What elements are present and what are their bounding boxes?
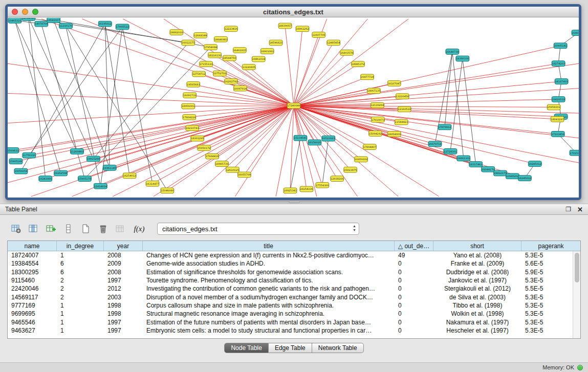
graph-node[interactable]: 17240046 [287,103,300,108]
table-settings-icon[interactable] [9,222,23,236]
graph-node[interactable]: 19245012 [528,161,541,167]
graph-node[interactable]: 17804218 [183,115,196,120]
column-header-name[interactable]: name [8,241,57,251]
tab-edge-table[interactable]: Edge Table [269,343,312,353]
table-row[interactable]: 1456911722003Disruption of a novel membe… [8,293,573,301]
graph-node[interactable]: 17010073 [371,117,384,122]
graph-node[interactable]: 12414814 [94,183,107,189]
graph-node[interactable]: 18274203 [552,61,565,67]
graph-node[interactable]: 12610125 [226,167,239,172]
panel-splitter[interactable] [0,200,588,204]
tab-network-table[interactable]: Network Table [312,343,364,353]
graph-node[interactable]: 19861034 [252,56,265,62]
graph-node[interactable]: 14985372 [352,61,365,67]
graph-node[interactable]: 19861301 [457,156,470,161]
graph-node[interactable]: 11544423 [395,119,408,125]
column-header-out_de[interactable]: △ out_de… [395,241,433,251]
graph-node[interactable]: 19412175 [494,170,507,176]
splitter-grip-icon[interactable] [289,201,300,203]
graph-node[interactable]: 16510023 [322,136,335,141]
column-header-pagerank[interactable]: pagerank [521,241,580,251]
graph-node[interactable]: 16648734 [446,49,459,55]
graph-node[interactable]: 17015304 [570,150,579,156]
graph-node[interactable]: 10097914 [233,85,247,91]
graph-node[interactable]: 17155110 [200,61,213,67]
graph-node[interactable]: 16154336 [300,186,313,192]
graph-node[interactable]: 16901061 [260,49,274,54]
tab-node-table[interactable]: Node Table [224,343,269,353]
graph-node[interactable]: 10945204 [506,173,519,179]
graph-node[interactable]: 19915260 [86,156,100,162]
graph-node[interactable]: 15823875 [344,167,357,172]
graph-node[interactable]: 18156020 [308,140,321,145]
graph-node[interactable]: 17103456 [551,132,564,137]
table-row[interactable]: 946554611997Estimation of the future num… [8,318,573,326]
graph-node[interactable]: 11607705 [312,32,325,38]
show-columns-icon[interactable] [27,222,40,236]
merge-table-icon[interactable] [114,222,127,236]
import-table-icon[interactable] [44,222,58,236]
graph-node[interactable]: 18245812 [518,176,531,181]
graph-node[interactable]: 18216130 [208,52,222,58]
table-row[interactable]: 1830029562008Estimation of significance … [8,268,573,276]
graph-node[interactable]: 15905178 [78,176,92,182]
graph-node[interactable]: 16012175 [182,40,195,46]
function-icon[interactable]: f(x) [131,222,147,236]
graph-node[interactable]: 12752702 [213,71,227,76]
graph-node[interactable]: 18067135 [367,88,380,94]
graph-node[interactable]: 17664418 [206,154,219,159]
graph-node[interactable]: 19056054 [14,168,28,174]
graph-node[interactable]: 19862010 [170,30,183,35]
close-window-button[interactable] [12,9,18,15]
graph-node[interactable]: 18317461 [469,162,483,167]
graph-node[interactable]: 16044170 [482,166,495,172]
graph-node[interactable]: 18925341 [284,188,297,193]
graph-node[interactable]: 16803578 [340,50,354,56]
graph-node[interactable]: 18301295 [191,136,204,141]
graph-node[interactable]: 16477714 [361,74,374,80]
table-row[interactable]: 2242004622012Investigating the contribut… [8,285,573,293]
float-panel-icon[interactable]: ❐ [565,206,571,213]
table-row[interactable]: 946362711997Embryonic stem cells: a mode… [8,326,573,335]
graph-node[interactable]: 19360100 [456,56,469,61]
graph-node[interactable]: 18839057 [278,23,292,29]
graph-node[interactable]: 16195012 [98,21,112,27]
graph-node[interactable]: 16679718 [428,141,442,147]
minimize-window-button[interactable] [22,9,28,15]
graph-node[interactable]: 20569831 [8,148,19,154]
graph-node[interactable]: 16426518 [552,97,565,102]
row-tools-icon[interactable] [61,222,75,236]
graph-node[interactable]: 15046080 [161,188,174,193]
graph-node[interactable]: 13220805 [242,64,255,70]
graph-node[interactable]: 14187403 [555,79,568,84]
graph-node[interactable]: 18956001 [182,103,195,109]
graph-node[interactable]: 15950172 [198,145,211,151]
graph-node[interactable]: 16091732 [183,93,197,98]
graph-node[interactable]: 17954084 [204,45,217,50]
graph-node[interactable]: 12116264 [371,102,384,108]
delete-icon[interactable] [96,222,110,236]
new-file-icon[interactable] [79,222,93,236]
graph-node[interactable]: 11750310 [23,152,36,158]
graph-node[interactable]: 12668349 [194,33,207,38]
column-header-year[interactable]: year [104,241,143,251]
graph-node[interactable]: 12223416 [224,26,237,32]
graph-node[interactable]: 16905141 [554,43,567,49]
graph-node[interactable]: 16107047 [387,81,401,86]
graph-node[interactable]: 18541907 [47,18,60,23]
graph-node[interactable]: 16959102 [355,157,368,162]
graph-node[interactable]: 12724301 [444,148,457,154]
graph-node[interactable]: 15094192 [368,131,382,137]
graph-node[interactable]: 19262594 [54,170,68,176]
graph-node[interactable]: 16262792 [224,79,237,84]
column-header-in_degree[interactable]: in_degree [57,241,104,251]
graph-node[interactable]: 19565683 [187,82,200,87]
graph-node[interactable]: 17995522 [116,24,129,30]
table-source-dropdown[interactable]: citations_edges.txt ▲▼ [157,223,359,235]
graph-node[interactable]: 18544750 [223,55,236,61]
graph-node[interactable]: 16961145 [103,165,116,170]
graph-node[interactable]: 11210170 [59,23,73,29]
window-titlebar[interactable]: citations_edges.txt [8,7,579,17]
graph-node[interactable]: 16461815 [233,48,246,53]
graph-node[interactable]: 14646983 [214,36,228,42]
